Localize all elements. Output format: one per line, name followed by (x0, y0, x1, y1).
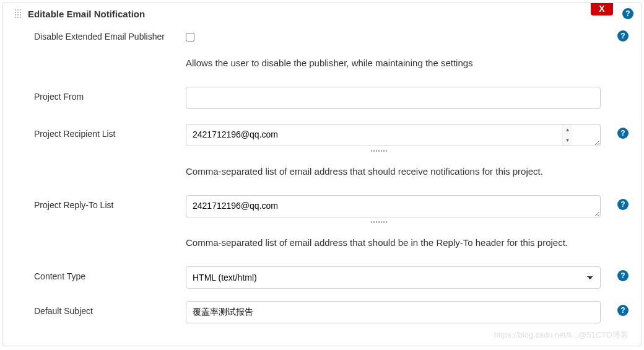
label-reply-to-list: Project Reply-To List (34, 195, 186, 210)
section-title: Editable Email Notification (28, 9, 616, 19)
help-icon[interactable]: ? (617, 199, 629, 210)
row-reply-to-description: Comma-separated list of email address th… (3, 225, 641, 264)
row-content-type: Content Type HTML (text/html) ? (3, 264, 641, 291)
separator-grip-icon[interactable] (186, 149, 573, 152)
disable-publisher-description: Allows the user to disable the publisher… (186, 48, 601, 82)
separator-grip-icon[interactable] (186, 221, 573, 223)
row-reply-to-list: Project Reply-To List ? (3, 193, 641, 225)
row-recipient-list: Project Recipient List ▲ ▼ ? (3, 121, 641, 154)
section-header: Editable Email Notification ? (3, 3, 641, 24)
disable-publisher-checkbox[interactable] (186, 33, 194, 42)
label-default-subject: Default Subject (34, 301, 186, 316)
spinner-controls: ▲ ▼ (562, 125, 572, 146)
project-from-input[interactable] (186, 87, 601, 109)
email-notification-panel: X Editable Email Notification ? Disable … (2, 2, 642, 346)
default-subject-input[interactable] (186, 301, 601, 323)
recipient-list-description: Comma-separated list of email address th… (186, 157, 601, 190)
help-icon[interactable]: ? (617, 305, 629, 316)
label-recipient-list: Project Recipient List (34, 124, 186, 139)
reply-to-list-description: Comma-separated list of email address th… (186, 228, 601, 261)
row-disable-publisher: Disable Extended Email Publisher ? (3, 24, 641, 46)
help-icon[interactable]: ? (617, 270, 629, 281)
label-disable-publisher: Disable Extended Email Publisher (34, 27, 186, 42)
spinner-down-icon[interactable]: ▼ (563, 135, 572, 146)
label-project-from: Project From (34, 87, 186, 102)
drag-handle-icon[interactable] (14, 9, 22, 19)
spinner-up-icon[interactable]: ▲ (563, 125, 572, 135)
help-icon[interactable]: ? (622, 8, 633, 19)
help-icon[interactable]: ? (617, 128, 629, 139)
watermark-text: https://blog.csdn.net/li...@51CTO博客 (494, 330, 629, 341)
reply-to-list-input[interactable] (186, 195, 601, 217)
row-default-subject: Default Subject ? (3, 299, 641, 326)
row-project-from: Project From (3, 84, 641, 112)
content-type-select[interactable]: HTML (text/html) (186, 266, 601, 289)
label-content-type: Content Type (34, 266, 186, 281)
row-disable-description: Allows the user to disable the publisher… (3, 46, 641, 84)
recipient-list-input[interactable] (186, 124, 601, 146)
help-icon[interactable]: ? (617, 30, 629, 42)
row-recipient-description: Comma-separated list of email address th… (3, 154, 641, 193)
